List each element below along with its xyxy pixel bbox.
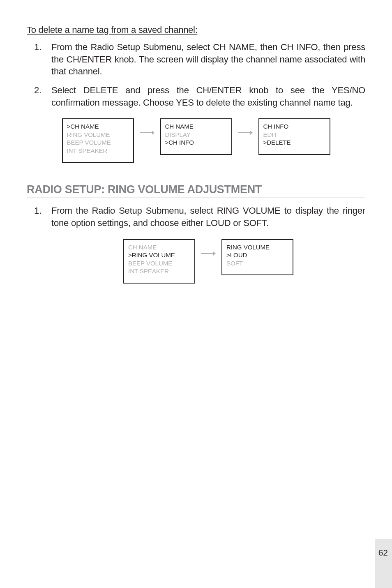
screen-line: >CH INFO [165,138,227,147]
page-number-tab [375,539,392,588]
screen-box: CH NAME >RING VOLUME BEEP VOLUME INT SPE… [123,239,195,284]
screen-box: >CH NAME RING VOLUME BEEP VOLUME INT SPE… [62,118,134,163]
ring-steps-list: 1. From the Radio Setup Submenu, select … [27,205,365,229]
list-text: From the Radio Setup Submenu, select CH … [51,42,365,76]
screen-line: CH NAME [128,243,190,251]
screen-line: INT SPEAKER [67,147,129,155]
svg-marker-1 [152,131,154,135]
screen-line: BEEP VOLUME [67,138,129,147]
subheading: To delete a name tag from a saved channe… [27,25,365,35]
page-number: 62 [378,548,388,558]
list-text: Select DELETE and press the CH/ENTER kno… [51,85,365,108]
diagram-delete-flow: >CH NAME RING VOLUME BEEP VOLUME INT SPE… [27,118,365,163]
screen-line: SOFT [226,259,288,267]
screen-box: CH NAME DISPLAY >CH INFO [160,118,232,155]
list-text: From the Radio Setup Submenu, select RIN… [51,205,365,228]
diagram-ring-flow: CH NAME >RING VOLUME BEEP VOLUME INT SPE… [51,239,365,284]
svg-marker-3 [250,131,253,135]
arrow-right-icon [201,251,216,256]
arrow-right-icon [238,130,253,136]
screen-line: >RING VOLUME [128,251,190,259]
screen-box: RING VOLUME >LOUD SOFT [221,239,293,276]
list-item: 1. From the Radio Setup Submenu, select … [51,41,365,78]
svg-marker-5 [213,251,216,256]
screen-line: >CH NAME [67,122,129,131]
screen-line: >LOUD [226,251,288,259]
list-number: 1. [34,41,42,53]
screen-line: RING VOLUME [226,243,288,251]
screen-line: CH NAME [165,122,227,131]
screen-line: DISPLAY [165,131,227,139]
section-divider [27,198,365,198]
list-item: 1. From the Radio Setup Submenu, select … [51,205,365,229]
screen-line: >DELETE [263,138,325,147]
list-number: 2. [34,84,42,97]
arrow-right-icon [140,130,154,136]
section-heading: RADIO SETUP: RING VOLUME ADJUSTMENT [27,183,365,196]
screen-line: EDIT [263,131,325,139]
delete-steps-list: 1. From the Radio Setup Submenu, select … [27,41,365,108]
screen-box: CH INFO EDIT >DELETE [258,118,330,155]
list-number: 1. [34,205,42,217]
list-item: 2. Select DELETE and press the CH/ENTER … [51,84,365,108]
screen-line: BEEP VOLUME [128,259,190,267]
screen-line: RING VOLUME [67,131,129,139]
screen-line: INT SPEAKER [128,267,190,275]
screen-line: CH INFO [263,122,325,131]
